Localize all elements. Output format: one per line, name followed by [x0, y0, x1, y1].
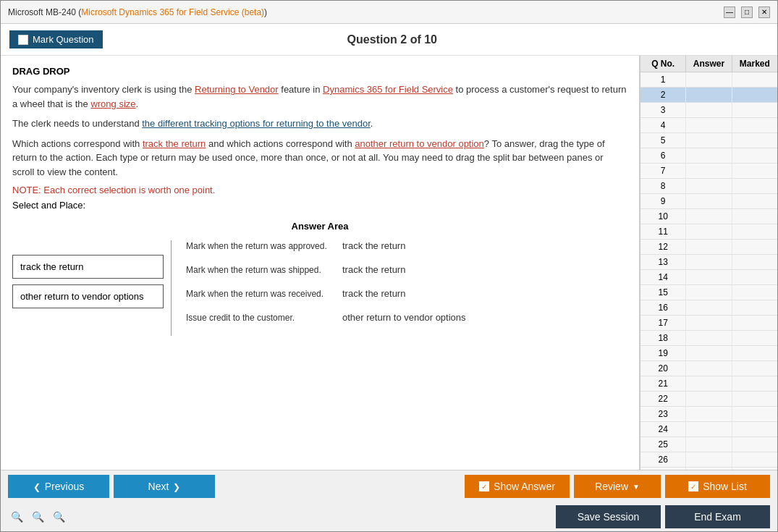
sidebar-row[interactable]: 6 — [640, 148, 777, 164]
sidebar-cell-num: 9 — [640, 194, 686, 208]
drag-item-2[interactable]: other return to vendor options — [12, 284, 164, 308]
sidebar-row[interactable]: 4 — [640, 118, 777, 133]
sidebar-cell-num: 15 — [640, 285, 686, 300]
drop-value-2: track the return — [342, 264, 405, 275]
sidebar-row[interactable]: 22 — [640, 392, 777, 407]
highlight-track: track the return — [143, 138, 206, 149]
sidebar-cell-num: 25 — [640, 437, 686, 452]
drop-label-4: Issue credit to the customer. — [186, 313, 331, 323]
end-exam-button[interactable]: End Exam — [665, 505, 770, 528]
sidebar-col-qno: Q No. — [640, 56, 686, 72]
sidebar-row[interactable]: 21 — [640, 376, 777, 392]
drop-area: Mark when the return was approved. track… — [172, 240, 627, 336]
show-answer-checkbox-icon — [479, 481, 489, 491]
sidebar-cell-marked — [732, 270, 777, 284]
sidebar-row[interactable]: 26 — [640, 452, 777, 468]
sidebar-cell-answer — [686, 270, 732, 284]
sidebar-cell-marked — [732, 285, 777, 300]
sidebar-cell-num: 26 — [640, 452, 686, 467]
sidebar-cell-answer — [686, 452, 732, 467]
show-answer-button[interactable]: Show Answer — [465, 475, 570, 498]
sidebar-row[interactable]: 18 — [640, 331, 777, 346]
sidebar-row[interactable]: 23 — [640, 407, 777, 422]
mark-question-button[interactable]: Mark Question — [9, 30, 103, 48]
show-answer-label: Show Answer — [494, 481, 555, 492]
answer-layout: track the return other return to vendor … — [12, 240, 627, 336]
sidebar-row[interactable]: 10 — [640, 209, 777, 224]
save-session-label: Save Session — [578, 511, 640, 523]
sidebar-row[interactable]: 12 — [640, 240, 777, 255]
review-button[interactable]: Review ▼ — [574, 475, 661, 498]
sidebar-cell-answer — [686, 422, 732, 436]
sidebar-cell-answer — [686, 255, 732, 269]
sidebar-row[interactable]: 1 — [640, 72, 777, 88]
drag-items-list: track the return other return to vendor … — [12, 240, 172, 336]
sidebar-cell-num: 7 — [640, 164, 686, 178]
mark-question-label: Mark Question — [33, 34, 94, 45]
sidebar-row[interactable]: 9 — [640, 194, 777, 209]
minimize-button[interactable]: — — [724, 7, 735, 18]
sidebar-cell-answer — [686, 240, 732, 254]
close-button[interactable]: ✕ — [758, 7, 770, 18]
window-title: Microsoft MB-240 (Microsoft Dynamics 365… — [8, 7, 267, 17]
sidebar-cell-answer — [686, 407, 732, 421]
mark-checkbox-icon — [18, 35, 28, 45]
sidebar-row[interactable]: 13 — [640, 255, 777, 270]
zoom-out-button[interactable]: 🔍 — [8, 510, 26, 524]
sidebar-cell-marked — [732, 179, 777, 193]
toolbar: Mark Question Question 2 of 10 — [1, 24, 777, 56]
sidebar-row[interactable]: 2 — [640, 88, 777, 103]
sidebar-cell-answer — [686, 133, 732, 148]
sidebar-row[interactable]: 7 — [640, 164, 777, 179]
maximize-button[interactable]: □ — [741, 7, 753, 18]
sidebar-cell-num: 20 — [640, 361, 686, 376]
drop-value-1: track the return — [342, 240, 405, 251]
sidebar-cell-answer — [686, 316, 732, 330]
sidebar-row[interactable]: 20 — [640, 361, 777, 376]
next-label: Next — [148, 481, 169, 492]
save-session-button[interactable]: Save Session — [556, 505, 661, 528]
sidebar-cell-marked — [732, 164, 777, 178]
sidebar-cell-num: 3 — [640, 103, 686, 117]
previous-button[interactable]: Previous — [8, 475, 109, 498]
sidebar-cell-marked — [732, 148, 777, 163]
sidebar-row[interactable]: 8 — [640, 179, 777, 194]
question-paragraph3: Which actions correspond with track the … — [12, 137, 627, 180]
sidebar-cell-marked — [732, 255, 777, 269]
drag-item-1[interactable]: track the return — [12, 255, 164, 279]
sidebar-row[interactable]: 15 — [640, 285, 777, 300]
drop-row-1: Mark when the return was approved. track… — [186, 240, 627, 251]
sidebar-row[interactable]: 5 — [640, 133, 777, 148]
sidebar-row[interactable]: 11 — [640, 224, 777, 240]
sidebar-row[interactable]: 25 — [640, 437, 777, 452]
sidebar-col-marked: Marked — [732, 56, 777, 72]
review-label: Review — [595, 481, 628, 492]
sidebar-cell-num: 17 — [640, 316, 686, 330]
sidebar-row[interactable]: 3 — [640, 103, 777, 118]
sidebar-cell-num: 5 — [640, 133, 686, 148]
question-type-label: DRAG DROP — [12, 66, 627, 77]
question-content: DRAG DROP Your company's inventory clerk… — [1, 56, 640, 470]
sidebar-cell-marked — [732, 452, 777, 467]
sidebar-cell-marked — [732, 346, 777, 360]
zoom-in-button[interactable]: 🔍 — [50, 510, 68, 524]
sidebar-row[interactable]: 14 — [640, 270, 777, 285]
highlight-returning: Returning to Vendor — [195, 84, 279, 95]
sidebar-row[interactable]: 16 — [640, 300, 777, 316]
sidebar-cell-num: 10 — [640, 209, 686, 224]
sidebar-cell-answer — [686, 224, 732, 239]
sidebar-cell-answer — [686, 88, 732, 102]
highlight-different: the different tracking options for retur… — [142, 118, 371, 129]
nav-row-2: 🔍 🔍 🔍 Save Session End Exam — [1, 502, 777, 531]
show-list-button[interactable]: Show List — [665, 475, 770, 498]
sidebar-row[interactable]: 17 — [640, 316, 777, 331]
next-button[interactable]: Next — [114, 475, 215, 498]
question-sidebar: Q No. Answer Marked 1 2 3 4 5 — [640, 56, 777, 470]
sidebar-cell-num: 16 — [640, 300, 686, 315]
sidebar-row[interactable]: 24 — [640, 422, 777, 437]
drop-label-1: Mark when the return was approved. — [186, 241, 331, 251]
sidebar-row[interactable]: 19 — [640, 346, 777, 361]
highlight-another: another return to vendor option — [355, 138, 484, 149]
zoom-reset-button[interactable]: 🔍 — [29, 510, 47, 524]
question-title: Question 2 of 10 — [347, 33, 437, 46]
